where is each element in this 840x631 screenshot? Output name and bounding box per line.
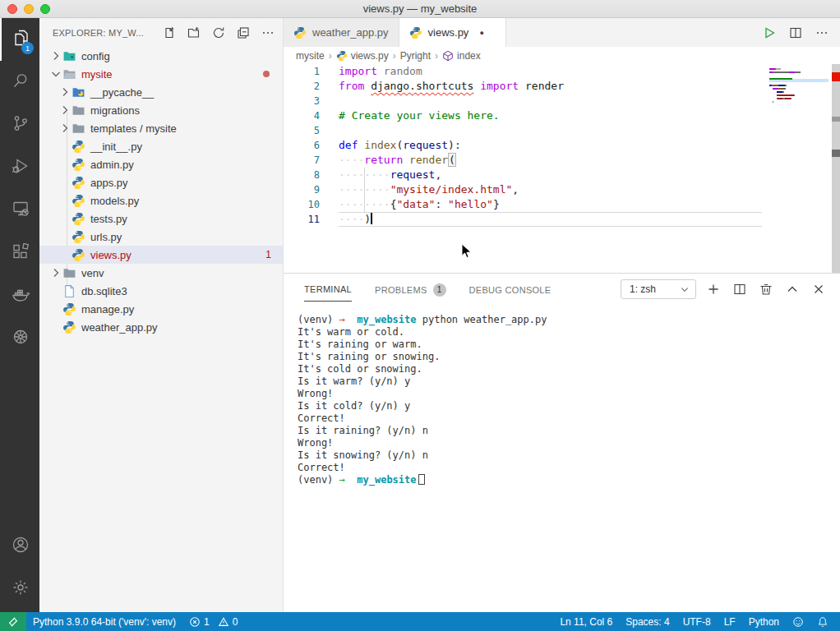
python-icon xyxy=(72,176,85,189)
code-line-2[interactable]: 2from django.shortcuts import render xyxy=(284,79,840,94)
code-line-10[interactable]: 10········{"data": "hello"} xyxy=(284,197,840,212)
activitybar-item-kubernetes[interactable] xyxy=(0,317,39,360)
status-lf[interactable]: LF xyxy=(718,612,742,631)
terminal-line: Correct! xyxy=(298,412,840,425)
activitybar-item-search[interactable] xyxy=(0,61,39,104)
breadcrumb-item-views-py[interactable]: views.py xyxy=(336,50,389,62)
minimize-window-button[interactable] xyxy=(24,4,34,14)
shell-select[interactable]: 1: zsh xyxy=(621,279,696,299)
kill-terminal-icon[interactable] xyxy=(759,283,773,296)
status-spaces-4[interactable]: Spaces: 4 xyxy=(619,612,676,631)
chevron-spacer xyxy=(58,140,72,153)
breadcrumb-item-index[interactable]: index xyxy=(442,50,481,62)
collapse-all-icon[interactable] xyxy=(237,26,250,39)
tab-label: views.py xyxy=(428,26,469,39)
dirty-indicator[interactable]: ● xyxy=(479,29,483,37)
close-window-button[interactable] xyxy=(7,4,17,14)
code-line-6[interactable]: 6def index(request): xyxy=(284,138,840,153)
panel-tab-debug-console[interactable]: DEBUG CONSOLE xyxy=(469,277,552,302)
status-utf-8[interactable]: UTF-8 xyxy=(676,612,718,631)
remote-indicator[interactable] xyxy=(0,612,26,631)
tree-item-views-py[interactable]: views.py1 xyxy=(39,246,283,264)
new-file-icon[interactable] xyxy=(163,26,176,39)
editor-tab-views-py[interactable]: views.py● xyxy=(399,18,506,47)
code-line-7[interactable]: 7····return render( xyxy=(284,153,840,168)
tree-item-venv[interactable]: venv xyxy=(39,264,283,282)
activitybar-item-extensions[interactable] xyxy=(0,232,39,274)
tree-item-apps-py[interactable]: apps.py xyxy=(39,173,283,191)
status-feedback[interactable] xyxy=(786,612,810,631)
line-number: 1 xyxy=(284,64,320,79)
tree-item-weather_app-py[interactable]: weather_app.py xyxy=(39,318,283,336)
python-icon xyxy=(293,26,307,39)
tree-item-db-sqlite3[interactable]: db.sqlite3 xyxy=(39,282,283,300)
editor-tab-weather_app-py[interactable]: weather_app.py xyxy=(284,18,399,47)
tree-item-__pycache__[interactable]: __pycache__ xyxy=(39,83,283,101)
minimap[interactable] xyxy=(769,68,828,104)
tab-label: weather_app.py xyxy=(312,26,389,39)
tree-item-__init__-py[interactable]: __init__.py xyxy=(39,137,283,155)
code-line-5[interactable]: 5 xyxy=(284,123,840,138)
line-number: 8 xyxy=(284,168,320,182)
tree-item-label: migrations xyxy=(90,104,140,117)
tree-item-label: tests.py xyxy=(90,213,127,225)
tree-item-label: views.py xyxy=(90,249,132,261)
new-folder-icon[interactable] xyxy=(187,26,201,39)
chevron-right-icon xyxy=(49,49,62,62)
more-icon[interactable] xyxy=(815,26,828,39)
tree-item-manage-py[interactable]: manage.py xyxy=(39,300,283,318)
close-panel-icon[interactable] xyxy=(812,283,825,296)
tree-item-templates-mysite[interactable]: templates / mysite xyxy=(39,119,283,137)
new-terminal-icon[interactable] xyxy=(707,283,720,296)
activitybar-item-settings[interactable] xyxy=(0,568,39,610)
tree-item-label: templates / mysite xyxy=(90,122,177,135)
panel-tab-problems[interactable]: PROBLEMS1 xyxy=(375,275,446,303)
split-editor-icon[interactable] xyxy=(789,26,802,39)
code-editor[interactable]: 1import random2from django.shortcuts imp… xyxy=(284,64,840,273)
minimap-line xyxy=(769,88,828,90)
breadcrumb-item-pyright[interactable]: Pyright xyxy=(400,50,431,62)
activitybar-item-account[interactable] xyxy=(0,525,39,568)
terminal-output[interactable]: (venv) → my_website python weather_app.p… xyxy=(284,304,840,486)
status-ln-11-col-6[interactable]: Ln 11, Col 6 xyxy=(553,612,619,631)
tree-item-models-py[interactable]: models.py xyxy=(39,191,283,210)
code-line-content xyxy=(320,123,339,138)
problems-status[interactable]: 1 0 xyxy=(182,612,244,631)
folder-teal-icon xyxy=(62,49,76,62)
tree-item-config[interactable]: config xyxy=(39,47,283,65)
activitybar-item-explorer[interactable]: 1 xyxy=(0,18,39,61)
tree-item-tests-py[interactable]: tests.py xyxy=(39,210,283,228)
activitybar-item-docker[interactable] xyxy=(0,274,39,317)
zoom-window-button[interactable] xyxy=(40,4,50,14)
status-python[interactable]: Python xyxy=(742,612,786,631)
more-icon[interactable] xyxy=(261,26,275,39)
code-line-8[interactable]: 8········request, xyxy=(284,168,840,182)
minimap-slider[interactable] xyxy=(769,79,828,82)
tree-item-label: models.py xyxy=(90,195,139,207)
tree-item-mysite[interactable]: mysite xyxy=(39,65,283,83)
tree-item-migrations[interactable]: migrations xyxy=(39,101,283,119)
tree-item-admin-py[interactable]: admin.py xyxy=(39,155,283,173)
overview-ruler[interactable] xyxy=(832,64,840,273)
panel-tab-terminal[interactable]: TERMINAL xyxy=(304,276,352,302)
maximize-panel-icon[interactable] xyxy=(786,283,799,296)
code-line-9[interactable]: 9········"mysite/index.html", xyxy=(284,182,840,197)
run-icon[interactable] xyxy=(763,26,776,39)
breadcrumb-item-mysite[interactable]: mysite xyxy=(296,50,325,62)
code-line-1[interactable]: 1import random xyxy=(284,64,840,79)
tree-item-label: apps.py xyxy=(90,177,128,189)
status-bell[interactable] xyxy=(810,612,835,631)
refresh-icon[interactable] xyxy=(212,26,225,39)
code-line-3[interactable]: 3 xyxy=(284,94,840,108)
activitybar-item-run-debug[interactable] xyxy=(0,146,39,189)
folder-open-icon xyxy=(62,67,76,81)
warning-icon xyxy=(218,616,229,628)
activitybar-item-remote-explorer[interactable] xyxy=(0,189,39,232)
split-terminal-icon[interactable] xyxy=(733,283,746,296)
tree-item-urls-py[interactable]: urls.py xyxy=(39,228,283,246)
code-line-11[interactable]: 11····) xyxy=(284,212,840,227)
activitybar-item-source-control[interactable] xyxy=(0,104,39,146)
account-icon xyxy=(11,535,30,558)
code-line-4[interactable]: 4# Create your views here. xyxy=(284,108,840,123)
python-interpreter[interactable]: Python 3.9.0 64-bit ('venv': venv) xyxy=(26,612,182,631)
